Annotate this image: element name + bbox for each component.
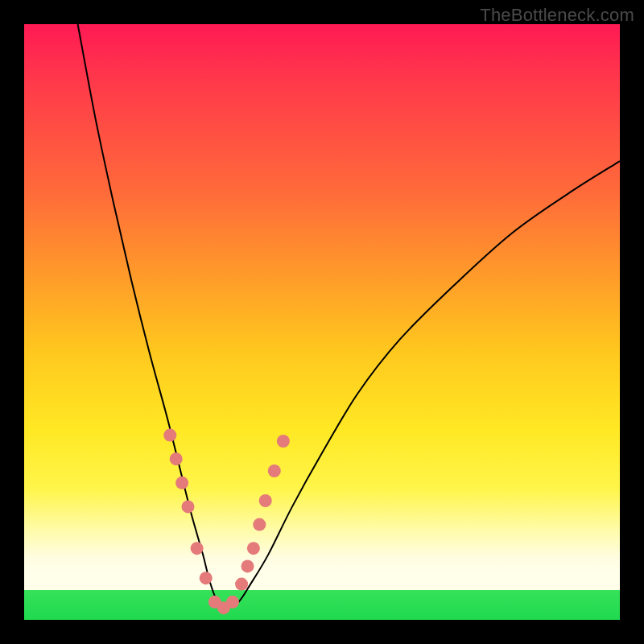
marker-dot <box>200 572 213 584</box>
marker-dot <box>247 542 260 555</box>
curve-svg <box>24 24 620 620</box>
marker-dot <box>175 477 188 489</box>
plot-area <box>24 24 620 620</box>
marker-dot <box>259 494 272 507</box>
marker-dot <box>182 500 195 513</box>
chart-frame: TheBottleneck.com <box>0 0 644 644</box>
watermark-text: TheBottleneck.com <box>480 5 634 26</box>
marker-dot <box>226 596 239 609</box>
bottleneck-curve <box>78 24 620 609</box>
highlight-markers <box>163 429 290 615</box>
marker-dot <box>235 578 248 591</box>
marker-dot <box>268 464 281 477</box>
marker-dot <box>170 452 183 465</box>
marker-dot <box>253 518 266 531</box>
marker-dot <box>242 559 254 572</box>
marker-dot <box>163 429 176 442</box>
marker-dot <box>191 542 204 555</box>
marker-dot <box>277 435 290 448</box>
